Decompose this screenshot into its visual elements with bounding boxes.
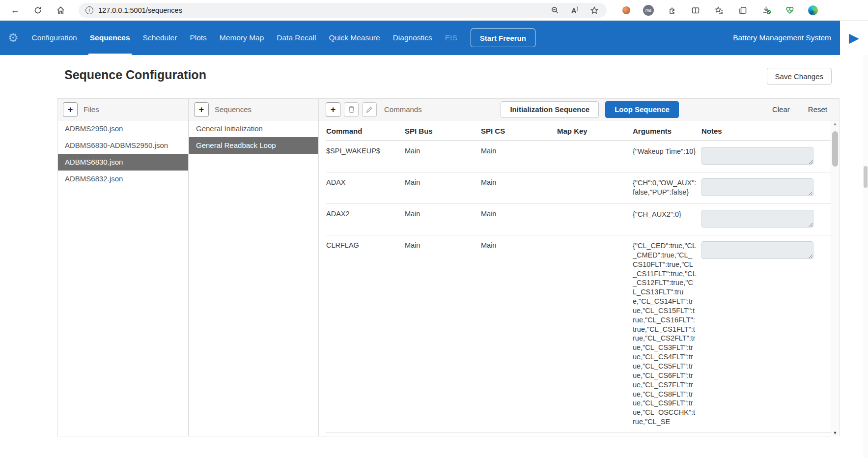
settings-gear-icon[interactable]: ⚙ bbox=[0, 31, 26, 45]
trash-icon bbox=[348, 106, 355, 114]
scrollbar-thumb[interactable] bbox=[832, 131, 838, 167]
url-text[interactable]: 127.0.0.1:5001/sequences bbox=[98, 6, 545, 14]
save-changes-button[interactable]: Save Changes bbox=[767, 68, 832, 85]
page-title: Sequence Configuration bbox=[64, 68, 206, 82]
home-icon[interactable] bbox=[55, 5, 66, 15]
sequences-panel-header: + Sequences bbox=[189, 99, 318, 120]
scroll-down-arrow[interactable]: ▼ bbox=[831, 430, 839, 435]
read-aloud-letter: A bbox=[571, 6, 577, 15]
commands-scrollbar[interactable]: ▲ ▼ bbox=[831, 120, 839, 436]
extensions-puzzle-icon[interactable] bbox=[667, 6, 677, 15]
col-header-arguments: Arguments bbox=[633, 120, 701, 141]
extension-favicon-orange[interactable] bbox=[622, 6, 630, 14]
file-list-item-selected[interactable]: ADBMS6830.json bbox=[58, 154, 188, 171]
start-freerun-button[interactable]: Start Freerun bbox=[471, 29, 535, 47]
file-list-item[interactable]: ADBMS6832.json bbox=[58, 171, 188, 187]
sequences-panel-title: Sequences bbox=[215, 105, 252, 114]
run-play-button[interactable]: ▶ bbox=[840, 21, 868, 55]
commands-panel-title: Commands bbox=[384, 105, 422, 114]
cell-map-key bbox=[557, 141, 633, 172]
file-list-item[interactable]: ADBMS2950.json bbox=[58, 120, 188, 137]
split-screen-glyph bbox=[691, 6, 700, 15]
nav-item-memory-map[interactable]: Memory Map bbox=[213, 21, 270, 55]
app-navbar: ⚙ Configuration Sequences Scheduler Plot… bbox=[0, 21, 868, 55]
refresh-icon-glyph bbox=[33, 6, 42, 15]
extensions-puzzle-glyph bbox=[668, 6, 676, 15]
sequence-list-item-selected[interactable]: General Readback Loop bbox=[189, 137, 318, 154]
pencil-icon bbox=[365, 106, 373, 114]
cell-arguments: {"CL_CED":true,"CL_CMED":true,"CL_CS10FL… bbox=[633, 235, 701, 433]
nav-item-diagnostics[interactable]: Diagnostics bbox=[387, 21, 439, 55]
page-scrollbar[interactable] bbox=[863, 55, 868, 458]
downloads-glyph bbox=[762, 5, 771, 15]
col-header-spi-bus: SPI Bus bbox=[405, 120, 481, 141]
page-scrollbar-thumb[interactable] bbox=[864, 166, 868, 188]
browser-chrome: ← i 127.0.0.1:5001/sequences A) bbox=[0, 0, 868, 21]
back-icon[interactable]: ← bbox=[10, 5, 21, 16]
browser-essentials-glyph bbox=[785, 6, 794, 15]
scroll-up-arrow[interactable]: ▲ bbox=[831, 121, 839, 126]
refresh-icon[interactable] bbox=[32, 6, 43, 15]
add-command-button[interactable]: + bbox=[326, 102, 340, 117]
notes-textarea[interactable] bbox=[701, 178, 813, 196]
reset-button[interactable]: Reset bbox=[808, 105, 827, 114]
collections-icon[interactable] bbox=[737, 6, 748, 15]
files-panel: + Files ADBMS2950.json ADBMS6830-ADBMS29… bbox=[57, 98, 189, 436]
site-info-icon[interactable]: i bbox=[85, 6, 93, 14]
edge-copilot-icon[interactable] bbox=[808, 5, 818, 15]
cell-spi-bus: Main bbox=[405, 235, 481, 433]
edit-command-button[interactable] bbox=[362, 102, 377, 117]
read-aloud-icon[interactable]: A) bbox=[571, 6, 578, 15]
cell-command: $SPI_WAKEUP$ bbox=[326, 141, 405, 172]
nav-item-eis[interactable]: EIS bbox=[439, 21, 464, 55]
address-bar[interactable]: i 127.0.0.1:5001/sequences A) bbox=[79, 3, 607, 18]
nav-item-scheduler[interactable]: Scheduler bbox=[137, 21, 184, 55]
cell-map-key bbox=[557, 172, 633, 204]
delete-command-button[interactable] bbox=[344, 102, 359, 117]
browser-essentials-icon[interactable] bbox=[784, 6, 795, 15]
initialization-sequence-button[interactable]: Initialization Sequence bbox=[501, 101, 599, 118]
command-row[interactable]: ADAX Main Main {"CH":0,"OW_AUX":false,"P… bbox=[326, 172, 831, 204]
app-brand-title: Battery Management System bbox=[733, 33, 831, 42]
files-panel-header: + Files bbox=[58, 99, 188, 120]
col-header-map-key: Map Key bbox=[557, 120, 633, 141]
command-row[interactable]: ADAX2 Main Main {"CH_AUX2":0} bbox=[326, 204, 831, 235]
favorite-star-glyph bbox=[590, 6, 599, 15]
command-row[interactable]: $SPI_WAKEUP$ Main Main {"Wakeup Time":10… bbox=[326, 141, 831, 172]
play-icon: ▶ bbox=[849, 30, 859, 46]
sequences-panel: + Sequences General Initialization Gener… bbox=[189, 98, 318, 436]
clear-button[interactable]: Clear bbox=[772, 105, 790, 114]
notes-textarea[interactable] bbox=[701, 210, 813, 228]
commands-toolbar: + Commands Initialization Sequence Loop … bbox=[319, 99, 839, 120]
nav-item-plots[interactable]: Plots bbox=[183, 21, 213, 55]
nav-item-data-recall[interactable]: Data Recall bbox=[270, 21, 322, 55]
cell-command: ADAX2 bbox=[326, 204, 405, 235]
home-icon-glyph bbox=[56, 5, 65, 15]
col-header-spi-cs: SPI CS bbox=[481, 120, 557, 141]
nav-item-sequences[interactable]: Sequences bbox=[84, 21, 137, 55]
profile-avatar[interactable]: me bbox=[643, 5, 654, 16]
add-sequence-button[interactable]: + bbox=[194, 102, 209, 117]
split-screen-icon[interactable] bbox=[690, 6, 701, 15]
read-aloud-wave: ) bbox=[577, 6, 578, 11]
sequence-list-item[interactable]: General Initialization bbox=[189, 120, 318, 137]
col-header-command: Command bbox=[326, 120, 405, 141]
add-file-button[interactable]: + bbox=[63, 102, 78, 117]
zoom-out-icon[interactable] bbox=[550, 6, 560, 15]
cell-spi-cs: Main bbox=[481, 172, 557, 204]
col-header-notes: Notes bbox=[701, 120, 831, 141]
notes-textarea[interactable] bbox=[701, 241, 813, 259]
nav-item-configuration[interactable]: Configuration bbox=[26, 21, 84, 55]
commands-table: Command SPI Bus SPI CS Map Key Arguments… bbox=[326, 120, 831, 433]
downloads-icon[interactable] bbox=[761, 5, 772, 15]
notes-textarea[interactable] bbox=[701, 147, 813, 165]
zoom-out-icon-glyph bbox=[551, 6, 560, 15]
favorite-star-icon[interactable] bbox=[589, 6, 600, 15]
cell-spi-bus: Main bbox=[405, 172, 481, 204]
command-row[interactable]: CLRFLAG Main Main {"CL_CED":true,"CL_CME… bbox=[326, 235, 831, 433]
loop-sequence-button[interactable]: Loop Sequence bbox=[605, 101, 679, 118]
file-list-item[interactable]: ADBMS6830-ADBMS2950.json bbox=[58, 137, 188, 154]
nav-item-quick-measure[interactable]: Quick Measure bbox=[322, 21, 386, 55]
favorites-bar-icon[interactable] bbox=[714, 6, 725, 15]
cell-spi-cs: Main bbox=[481, 235, 557, 433]
